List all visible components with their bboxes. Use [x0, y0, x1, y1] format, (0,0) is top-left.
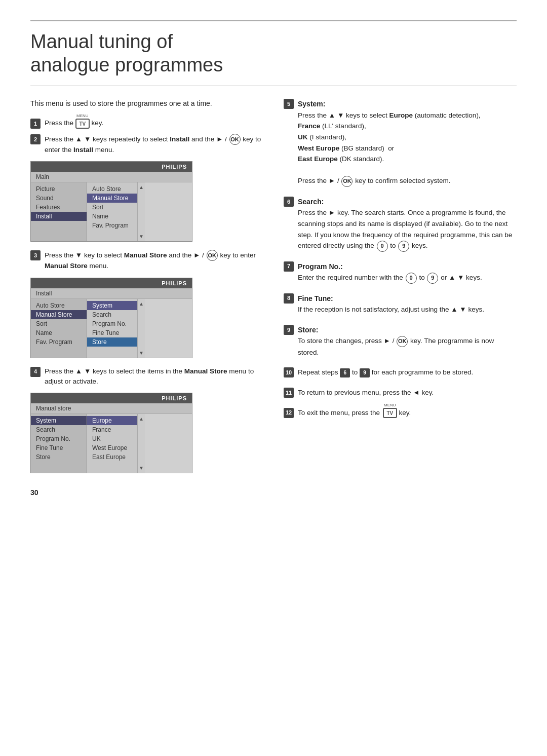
menu-item: [31, 462, 87, 471]
menu-item: [31, 347, 87, 356]
step5-title: System:: [298, 100, 325, 108]
r-step-num-8: 8: [284, 293, 294, 304]
right-step-11: 11 To return to previous menu, press the…: [284, 387, 517, 398]
r-step-num-6: 6: [284, 197, 294, 207]
menu-col1-1: Picture Sound Features Install: [31, 182, 87, 241]
step-num-1: 1: [30, 119, 41, 129]
menu-item: [87, 462, 137, 471]
ok-key-3: OK: [341, 176, 353, 187]
ok-key-1: OK: [229, 134, 241, 145]
menu-item: UK: [87, 434, 137, 443]
page-number: 30: [30, 488, 263, 497]
menu-item: Name: [31, 328, 87, 337]
r-step-9-content: Store: To store the changes, press ► / O…: [298, 324, 517, 358]
right-step-7: 7 Program No.: Enter the required number…: [284, 261, 517, 284]
menu-item: Fav. Program: [87, 221, 137, 230]
section-rule: [30, 86, 517, 86]
menu-item-sub: Europe: [87, 416, 137, 425]
r-step-num-7: 7: [284, 261, 294, 272]
step-num-3: 3: [30, 250, 41, 260]
r-step-num-12: 12: [284, 408, 294, 418]
menu-item: Program No.: [87, 319, 137, 328]
step-1-text: Press the MENU TV key.: [45, 118, 103, 128]
right-step-12: 12 To exit the menu, press the MENU TV k…: [284, 407, 517, 419]
r-step-10-content: Repeat steps 6 to 9 for each programme t…: [298, 367, 473, 378]
step-badge-9: 9: [360, 368, 370, 377]
menu-item: France: [87, 425, 137, 434]
top-rule: [30, 20, 517, 21]
menu-item: Fine Tune: [87, 328, 137, 337]
menu-scroll-3: ▲ ▼: [137, 414, 145, 473]
menu-item: Fav. Program: [31, 337, 87, 347]
menu-title-2: Install: [31, 288, 192, 299]
menu-brand-1: PHILIPS: [31, 162, 192, 172]
step-4-text: Press the ▲ ▼ keys to select the items i…: [45, 366, 263, 387]
menu-col2-3: Europe France UK West Europe East Europe: [87, 414, 137, 473]
menu-item: Name: [87, 212, 137, 221]
menu-screenshot-1: PHILIPS Main Picture Sound Features Inst…: [30, 161, 192, 242]
menu-item-selected: Manual Store: [31, 310, 87, 319]
menu-item-selected: System: [31, 416, 87, 425]
step-1: 1 Press the MENU TV key.: [30, 118, 263, 129]
menu-item: Features: [31, 203, 87, 212]
step-num-4: 4: [30, 367, 41, 377]
right-column: 5 System: Press the ▲ ▼ keys to select E…: [284, 98, 517, 497]
menu-item: [87, 347, 137, 356]
page-title: Manual tuning of analogue programmes: [30, 30, 517, 77]
menu-scroll-2: ▲ ▼: [137, 299, 145, 358]
menu-item: Store: [31, 452, 87, 462]
menu-item: East Europe: [87, 452, 137, 462]
menu-item: [31, 221, 87, 230]
menu-item-active: Store: [87, 337, 137, 347]
menu-scroll-1: ▲ ▼: [137, 182, 145, 241]
r-step-7-content: Program No.: Enter the required number w…: [298, 261, 482, 284]
key-0b: 0: [406, 273, 417, 284]
menu-title-3: Manual store: [31, 403, 192, 414]
step8-title: Fine Tune:: [298, 294, 333, 303]
menu-screenshot-2: PHILIPS Install Auto Store Manual Store …: [30, 278, 192, 358]
step-3: 3 Press the ▼ key to select Manual Store…: [30, 250, 263, 271]
menu-item-selected: Install: [31, 212, 87, 221]
key-0: 0: [377, 241, 388, 252]
r-step-12-content: To exit the menu, press the MENU TV key.: [298, 407, 411, 419]
r-step-num-11: 11: [284, 388, 294, 398]
menu-item: Sound: [31, 194, 87, 203]
right-step-8: 8 Fine Tune: If the reception is not sat…: [284, 293, 517, 315]
menu-item: Auto Store: [31, 301, 87, 310]
key-9: 9: [398, 241, 409, 252]
intro-text: This menu is used to store the programme…: [30, 98, 263, 109]
right-step-10: 10 Repeat steps 6 to 9 for each programm…: [284, 367, 517, 378]
step-badge-6: 6: [340, 368, 350, 377]
menu-item: Auto Store: [87, 184, 137, 194]
r-step-num-9: 9: [284, 325, 294, 335]
menu-brand-3: PHILIPS: [31, 393, 192, 403]
r-step-11-content: To return to previous menu, press the ◄ …: [298, 387, 434, 398]
key-9b: 9: [427, 273, 438, 284]
tv-key: TV: [75, 119, 90, 129]
r-step-8-content: Fine Tune: If the reception is not satis…: [298, 293, 484, 315]
step-2: 2 Press the ▲ ▼ keys repeatedly to selec…: [30, 134, 263, 155]
step-3-text: Press the ▼ key to select Manual Store a…: [45, 250, 263, 271]
menu-item: [87, 230, 137, 239]
step-num-2: 2: [30, 134, 41, 144]
right-step-9: 9 Store: To store the changes, press ► /…: [284, 324, 517, 358]
menu-item-sub: Manual Store: [87, 194, 137, 203]
menu-item: Sort: [31, 319, 87, 328]
menu-item: West Europe: [87, 443, 137, 452]
menu-item-sub: System: [87, 301, 137, 310]
menu-col2-2: System Search Program No. Fine Tune Stor…: [87, 299, 137, 358]
right-step-6: 6 Search: Press the ► key. The search st…: [284, 196, 517, 252]
right-step-5: 5 System: Press the ▲ ▼ keys to select E…: [284, 98, 517, 187]
tv-key-2: TV: [383, 408, 397, 418]
r-step-5-content: System: Press the ▲ ▼ keys to select Eur…: [298, 98, 481, 187]
r-step-6-content: Search: Press the ► key. The search star…: [298, 196, 517, 252]
menu-brand-2: PHILIPS: [31, 278, 192, 288]
menu-screenshot-3: PHILIPS Manual store System Search Progr…: [30, 393, 192, 473]
step7-title: Program No.:: [298, 262, 343, 271]
menu-item: Search: [87, 310, 137, 319]
menu-col1-2: Auto Store Manual Store Sort Name Fav. P…: [31, 299, 87, 358]
ok-key-4: OK: [397, 336, 408, 347]
left-column: This menu is used to store the programme…: [30, 98, 263, 497]
menu-title-1: Main: [31, 172, 192, 182]
step9-title: Store:: [298, 326, 318, 334]
